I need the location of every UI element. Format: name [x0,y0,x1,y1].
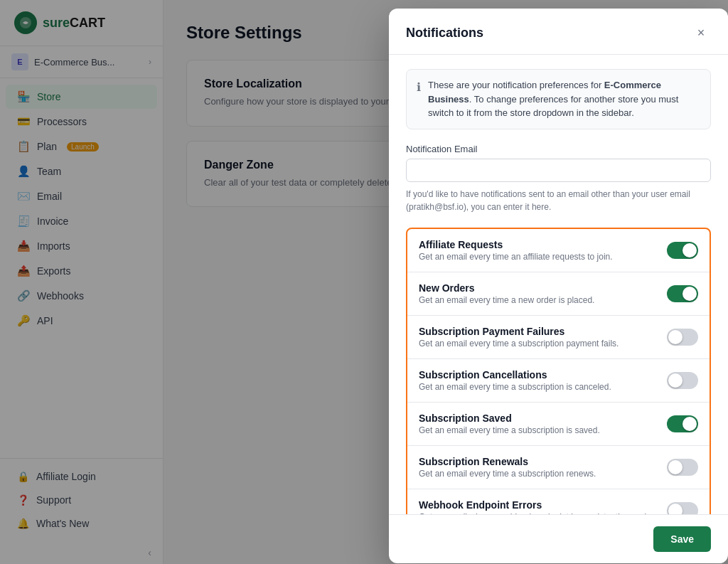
notif-desc-new-orders: Get an email every time a new order is p… [419,295,594,305]
notif-item-new-orders: New Orders Get an email every time a new… [407,272,710,316]
toggle-subscription-payment-failures[interactable] [667,329,698,346]
modal-close-button[interactable]: × [691,23,711,43]
modal-title: Notifications [406,26,483,41]
notif-name-subscription-saved: Subscription Saved [419,413,600,424]
toggle-webhook-endpoint-errors[interactable] [667,502,698,515]
info-text: These are your notification preferences … [428,78,700,120]
notif-desc-subscription-payment-failures: Get an email every time a subscription p… [419,339,619,348]
notif-text-webhook-endpoint-errors: Webhook Endpoint Errors Get an email whe… [419,499,658,515]
notif-text-subscription-payment-failures: Subscription Payment Failures Get an ema… [419,326,619,348]
notif-text-subscription-cancellations: Subscription Cancellations Get an email … [419,369,611,392]
notif-name-new-orders: New Orders [419,282,594,294]
notif-name-subscription-renewals: Subscription Renewals [419,456,596,467]
toggle-affiliate-requests[interactable] [667,242,698,259]
toggle-subscription-saved[interactable] [667,415,698,432]
notif-desc-subscription-saved: Get an email every time a subscription i… [419,425,600,435]
modal-footer: Save [389,514,728,563]
notif-item-subscription-payment-failures: Subscription Payment Failures Get an ema… [407,316,710,359]
notif-text-affiliate-requests: Affiliate Requests Get an email every ti… [419,239,613,262]
notif-name-subscription-cancellations: Subscription Cancellations [419,369,611,381]
notif-item-subscription-saved: Subscription Saved Get an email every ti… [407,403,710,446]
notif-text-subscription-saved: Subscription Saved Get an email every ti… [419,413,600,435]
notif-desc-subscription-cancellations: Get an email every time a subscription i… [419,382,611,392]
notif-name-subscription-payment-failures: Subscription Payment Failures [419,326,619,337]
notif-item-affiliate-requests: Affiliate Requests Get an email every ti… [407,229,710,272]
notif-item-subscription-cancellations: Subscription Cancellations Get an email … [407,359,710,403]
notif-item-subscription-renewals: Subscription Renewals Get an email every… [407,446,710,489]
notif-text-subscription-renewals: Subscription Renewals Get an email every… [419,456,596,479]
info-box: ℹ These are your notification preference… [406,69,711,129]
toggle-subscription-renewals[interactable] [667,459,698,476]
notif-item-webhook-endpoint-errors: Webhook Endpoint Errors Get an email whe… [407,489,710,515]
notifications-modal: Notifications × ℹ These are your notific… [389,9,728,563]
notifications-list: Affiliate Requests Get an email every ti… [406,228,711,515]
modal-body: ℹ These are your notification preference… [389,55,728,514]
notification-email-label: Notification Email [406,144,711,154]
notif-name-affiliate-requests: Affiliate Requests [419,239,613,250]
notification-email-input[interactable] [406,159,711,182]
field-hint: If you'd like to have notifications sent… [406,188,711,213]
toggle-subscription-cancellations[interactable] [667,372,698,389]
save-button[interactable]: Save [653,526,711,552]
notif-name-webhook-endpoint-errors: Webhook Endpoint Errors [419,499,658,511]
notif-desc-subscription-renewals: Get an email every time a subscription r… [419,469,596,479]
notif-text-new-orders: New Orders Get an email every time a new… [419,282,594,305]
notif-desc-affiliate-requests: Get an email every time an affiliate req… [419,252,613,262]
toggle-new-orders[interactable] [667,285,698,302]
modal-header: Notifications × [389,9,728,55]
info-icon: ℹ [417,79,421,120]
